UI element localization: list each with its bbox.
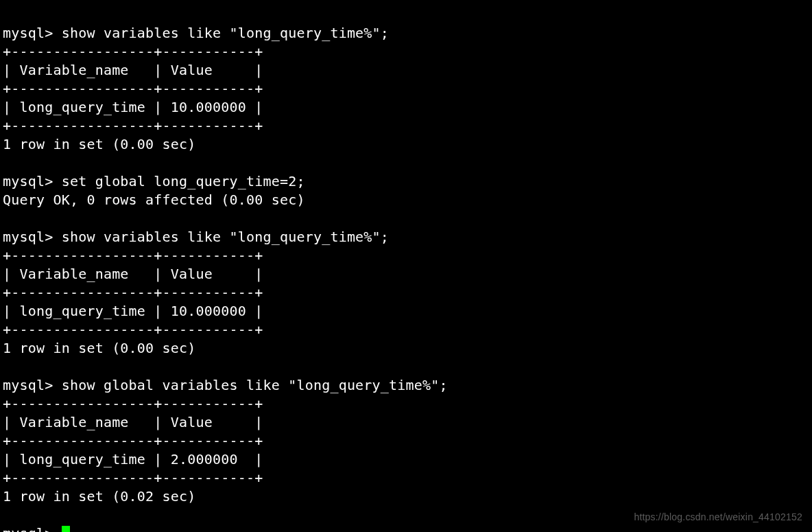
- table-divider: +-----------------+-----------+: [3, 117, 263, 134]
- table-divider: +-----------------+-----------+: [3, 80, 263, 97]
- table-divider: +-----------------+-----------+: [3, 395, 263, 412]
- cursor-icon: [62, 526, 70, 532]
- table-row: | long_query_time | 2.000000 |: [3, 451, 263, 467]
- command-1: show variables like "long_query_time%";: [62, 25, 389, 41]
- status-line: 1 row in set (0.00 sec): [3, 136, 196, 152]
- table-header: | Variable_name | Value |: [3, 266, 263, 282]
- prompt: mysql>: [3, 173, 62, 189]
- prompt: mysql>: [3, 525, 62, 532]
- prompt: mysql>: [3, 377, 62, 393]
- command-3: show variables like "long_query_time%";: [62, 229, 389, 245]
- prompt: mysql>: [3, 25, 62, 41]
- prompt: mysql>: [3, 229, 62, 245]
- table-divider: +-----------------+-----------+: [3, 43, 263, 60]
- status-line: 1 row in set (0.02 sec): [3, 488, 196, 505]
- command-2: set global long_query_time=2;: [62, 173, 305, 189]
- table-header: | Variable_name | Value |: [3, 414, 263, 430]
- table-row: | long_query_time | 10.000000 |: [3, 303, 263, 319]
- table-divider: +-----------------+-----------+: [3, 247, 263, 264]
- table-row: | long_query_time | 10.000000 |: [3, 99, 263, 115]
- table-divider: +-----------------+-----------+: [3, 432, 263, 449]
- table-divider: +-----------------+-----------+: [3, 284, 263, 301]
- table-divider: +-----------------+-----------+: [3, 470, 263, 486]
- command-4: show global variables like "long_query_t…: [62, 377, 448, 393]
- status-line: 1 row in set (0.00 sec): [3, 340, 196, 356]
- table-divider: +-----------------+-----------+: [3, 321, 263, 338]
- terminal[interactable]: mysql> show variables like "long_query_t…: [0, 0, 812, 532]
- table-header: | Variable_name | Value |: [3, 62, 263, 78]
- status-line: Query OK, 0 rows affected (0.00 sec): [3, 192, 305, 208]
